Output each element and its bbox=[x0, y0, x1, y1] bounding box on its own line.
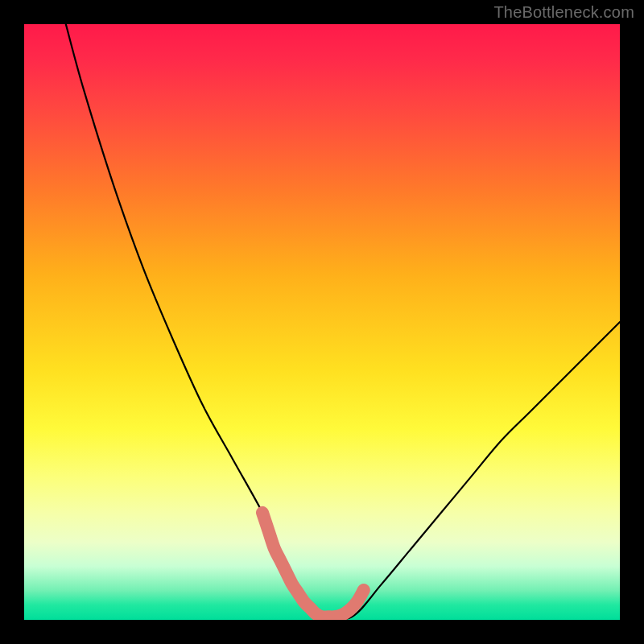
chart-frame: TheBottleneck.com bbox=[0, 0, 644, 644]
valley-marker bbox=[262, 513, 364, 617]
curve-layer bbox=[24, 24, 620, 620]
plot-area bbox=[24, 24, 620, 620]
watermark-text: TheBottleneck.com bbox=[493, 3, 634, 22]
bottleneck-curve bbox=[66, 24, 620, 619]
